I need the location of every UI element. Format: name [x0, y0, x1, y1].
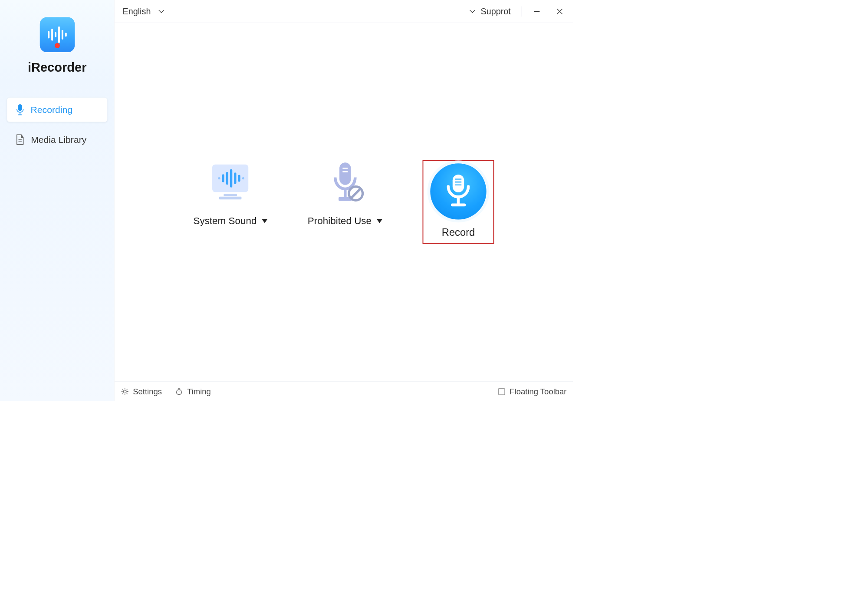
sidebar-item-media-library[interactable]: Media Library	[7, 128, 108, 151]
record-highlight-box: Record	[423, 160, 494, 244]
close-icon	[556, 7, 563, 15]
status-left: Settings Timing	[121, 387, 211, 396]
stopwatch-icon	[175, 387, 183, 395]
timing-label: Timing	[187, 387, 211, 396]
minimize-icon	[533, 7, 540, 15]
system-sound-dropdown[interactable]: System Sound	[193, 160, 267, 226]
microphone-mode-dropdown[interactable]: Prohibited Use	[308, 160, 382, 226]
svg-point-22	[219, 178, 220, 179]
statusbar: Settings Timing Floating Toolbar	[115, 381, 573, 401]
svg-rect-32	[453, 175, 464, 192]
record-button-label: Record	[442, 226, 475, 238]
timing-button[interactable]: Timing	[175, 387, 210, 396]
microphone-mode-label: Prohibited Use	[308, 215, 372, 227]
microphone-icon	[443, 173, 474, 210]
triangle-down-icon	[377, 219, 382, 223]
settings-label: Settings	[133, 387, 162, 396]
chevron-down-icon	[158, 9, 165, 13]
support-label: Supprot	[480, 7, 510, 16]
svg-point-38	[123, 390, 126, 393]
app-logo-icon	[39, 17, 75, 53]
app-name: iRecorder	[28, 60, 87, 75]
floating-toolbar-toggle[interactable]: Floating Toolbar	[498, 387, 567, 396]
svg-rect-15	[224, 194, 237, 196]
svg-rect-16	[219, 197, 241, 200]
system-sound-label: System Sound	[193, 215, 256, 227]
sidebar-item-label: Media Library	[31, 134, 86, 145]
support-dropdown[interactable]: Supprot	[469, 7, 515, 16]
language-dropdown[interactable]: English	[122, 7, 164, 16]
minimize-button[interactable]	[529, 3, 545, 20]
sidebar: iRecorder Recording Media Library	[0, 0, 115, 401]
brand: iRecorder	[0, 17, 114, 75]
checkbox-icon	[498, 388, 505, 395]
app-window: iRecorder Recording Media Library	[0, 0, 573, 401]
microphone-disabled-icon	[316, 160, 374, 206]
document-icon	[16, 134, 25, 145]
sidebar-item-recording[interactable]: Recording	[7, 97, 108, 122]
topbar: English Supprot	[115, 0, 573, 23]
monitor-sound-icon	[202, 160, 259, 206]
svg-rect-24	[339, 162, 351, 185]
language-label: English	[122, 7, 151, 16]
svg-point-23	[243, 178, 244, 179]
record-button[interactable]	[430, 163, 486, 219]
close-button[interactable]	[552, 3, 568, 20]
topbar-right: Supprot	[469, 3, 568, 20]
floating-toolbar-label: Floating Toolbar	[510, 387, 566, 396]
chevron-down-icon	[469, 9, 476, 13]
main-pane: English Supprot	[115, 0, 573, 401]
vertical-divider	[522, 6, 522, 17]
microphone-icon	[16, 104, 24, 116]
triangle-down-icon	[262, 219, 267, 223]
svg-rect-6	[18, 104, 22, 111]
recording-options-area: System Sound	[115, 23, 573, 381]
settings-button[interactable]: Settings	[121, 387, 162, 396]
gear-icon	[121, 387, 129, 395]
option-row: System Sound	[193, 160, 494, 244]
sidebar-item-label: Recording	[31, 105, 72, 115]
recording-indicator-icon	[55, 43, 60, 48]
